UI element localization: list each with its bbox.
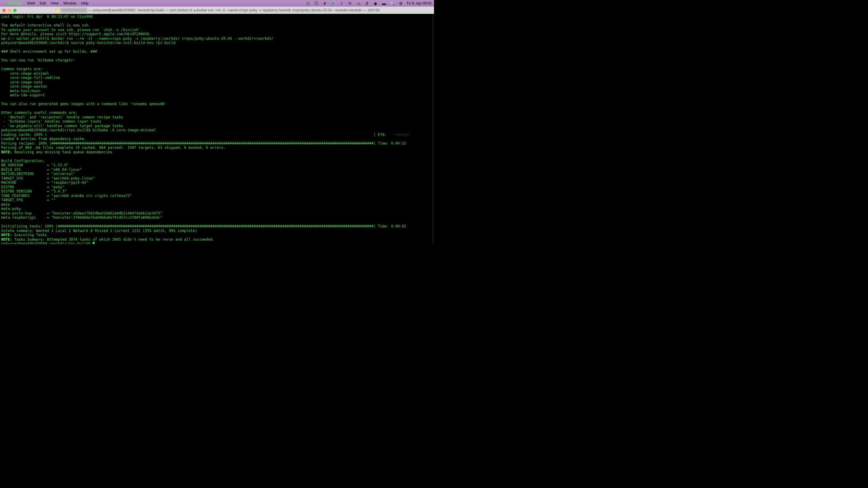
info-icon[interactable]: ⓘ bbox=[314, 1, 319, 6]
terminal-window: 📁 xxxxxxxx — pokyuser@aea48b293660: /wor… bbox=[0, 7, 434, 244]
line: Loading cache: 100% | | ETA: --:--:-- bbox=[1, 133, 410, 137]
cfg-line: BB_VERSION = "1.52.0" bbox=[1, 163, 69, 167]
folder-icon: 📁 bbox=[55, 8, 59, 13]
cfg-line: TUNE_FEATURES = "aarch64 armv8a crc cryp… bbox=[1, 194, 132, 198]
menu-app-name[interactable]: Terminal bbox=[7, 1, 22, 5]
macos-menubar: Terminal Shell Edit View Window Help ⬡ ⓘ… bbox=[0, 0, 434, 7]
cfg-line: meta bbox=[1, 202, 47, 207]
line: core-image-minimal bbox=[1, 71, 49, 76]
line: To update your account to use zsh, pleas… bbox=[1, 28, 143, 32]
line: meta-toolchain bbox=[1, 89, 40, 93]
line: You can also run generated qemu images w… bbox=[1, 102, 167, 106]
battery-icon[interactable]: ▬ bbox=[381, 1, 386, 6]
cfg-line: MACHINE = "raspberrypi4-64" bbox=[1, 181, 88, 185]
menu-help[interactable]: Help bbox=[81, 1, 89, 5]
line: You can now run 'bitbake <target>' bbox=[1, 58, 75, 62]
line: The default interactive shell is now zsh… bbox=[1, 23, 90, 27]
zoom-button[interactable] bbox=[13, 9, 17, 12]
line: Last login: Fri Apr 8 08:53:07 on ttys00… bbox=[1, 14, 93, 19]
window-title: 📁 xxxxxxxx — pokyuser@aea48b293660: /wor… bbox=[55, 8, 380, 13]
menu-shell[interactable]: Shell bbox=[27, 1, 35, 5]
note-label: NOTE: bbox=[1, 233, 12, 237]
note-label: NOTE: bbox=[1, 150, 12, 154]
minimize-button[interactable] bbox=[8, 9, 11, 12]
line: core-image-full-cmdline bbox=[1, 76, 60, 80]
note-text: Executing Tasks bbox=[12, 233, 47, 237]
cfg-line: TARGET_SYS = "aarch64-poky-linux" bbox=[1, 176, 95, 181]
menubar-left: Terminal Shell Edit View Window Help bbox=[2, 1, 89, 5]
menu-window[interactable]: Window bbox=[63, 1, 76, 5]
note-text: Resolving any missing task queue depende… bbox=[12, 150, 112, 154]
build-config-header: Build Configuration: bbox=[1, 159, 45, 163]
close-button[interactable] bbox=[2, 9, 6, 12]
line: Other commonly useful commands are: bbox=[1, 110, 78, 115]
line: Parsing of 864 .bb files complete (0 cac… bbox=[1, 145, 225, 150]
line: Parsing recipes: 100% |#################… bbox=[1, 141, 406, 145]
network-icon[interactable]: ⇵ bbox=[365, 1, 370, 6]
line: - 'oe-pkgdata-util' handles common targe… bbox=[1, 124, 123, 128]
bluetooth-icon[interactable]: ᛒ bbox=[339, 1, 344, 6]
init-tasks-line: Initialising tasks: 100% |##############… bbox=[1, 224, 406, 228]
sstate-line: Sstate summary: Wanted 3 Local 1 Network… bbox=[1, 229, 197, 233]
traffic-lights bbox=[2, 9, 17, 12]
menu-edit[interactable]: Edit bbox=[40, 1, 46, 5]
cursor bbox=[93, 242, 95, 244]
cfg-line: TARGET_FPU = "" bbox=[1, 198, 56, 202]
menubar-right: ⬡ ⓘ ⏸ 🔊 ᛒ ↻ ▭ ⇵ ◉ ▬ 🔍 ⚙ Fri 8. Apr 09:03 bbox=[306, 1, 432, 6]
window-titlebar[interactable]: 📁 xxxxxxxx — pokyuser@aea48b293660: /wor… bbox=[0, 7, 434, 14]
line: core-image-weston bbox=[1, 84, 47, 89]
pause-icon[interactable]: ⏸ bbox=[322, 1, 327, 6]
spotlight-icon[interactable]: 🔍 bbox=[390, 1, 395, 6]
terminal-content[interactable]: Last login: Fri Apr 8 08:53:07 on ttys00… bbox=[0, 14, 434, 244]
line: Common targets are: bbox=[1, 67, 42, 71]
line: meta-ide-support bbox=[1, 93, 45, 97]
docker-icon[interactable]: ⬡ bbox=[306, 1, 310, 6]
line: For more details, please visit https://s… bbox=[1, 32, 152, 36]
scrollbar[interactable] bbox=[432, 14, 434, 244]
blurred-path: xxxxxxxx bbox=[61, 8, 87, 12]
window-title-text: — pokyuser@aea48b293660: /workdir/rpi-bu… bbox=[88, 8, 380, 12]
line: - 'devtool' and 'recipetool' handle comm… bbox=[1, 115, 123, 119]
note-text: Tasks Summary: Attempted 3074 tasks of w… bbox=[12, 237, 215, 241]
menu-view[interactable]: View bbox=[51, 1, 59, 5]
cfg-line: meta-raspberrypi = "honister:378d4b6e7ba… bbox=[1, 216, 162, 220]
note-label: NOTE: bbox=[1, 237, 12, 241]
line: pokyuser@aea48b293660:/workdir$ source p… bbox=[1, 41, 176, 45]
cfg-line: DISTRO = "poky" bbox=[1, 185, 64, 189]
line: Loaded 0 entries from dependency cache. bbox=[1, 137, 86, 141]
user-icon[interactable]: ◉ bbox=[373, 1, 378, 6]
control-center-icon[interactable]: ⚙ bbox=[398, 1, 403, 6]
cfg-line: meta-poky bbox=[1, 207, 47, 211]
cfg-line: DISTRO_VERSION = "3.4.3" bbox=[1, 189, 67, 193]
calendar-icon[interactable]: ▭ bbox=[356, 1, 361, 6]
volume-icon[interactable]: 🔊 bbox=[331, 1, 336, 6]
line: pokyuser@aea48b293660:/workdir/rpi-build… bbox=[1, 128, 156, 132]
line: ### Shell environment set up for builds.… bbox=[1, 50, 97, 54]
cfg-line: meta-yocto-bsp = "honister:a5dea17662d6e… bbox=[1, 211, 162, 216]
menubar-datetime[interactable]: Fri 8. Apr 09:03 bbox=[407, 1, 432, 5]
timemachine-icon[interactable]: ↻ bbox=[348, 1, 352, 6]
line: - 'bitbake-layers' handles common layer … bbox=[1, 119, 101, 124]
cfg-line: NATIVELSBSTRING = "universal" bbox=[1, 172, 75, 176]
line: wp-2:~ walter.prechtl$ docker run --rm -… bbox=[1, 36, 273, 41]
line: core-image-sato bbox=[1, 80, 42, 84]
cfg-line: BUILD_SYS = "x86_64-linux" bbox=[1, 167, 82, 172]
prompt: pokyuser@aea48b293660:/workdir/rpi-build… bbox=[1, 241, 93, 244]
